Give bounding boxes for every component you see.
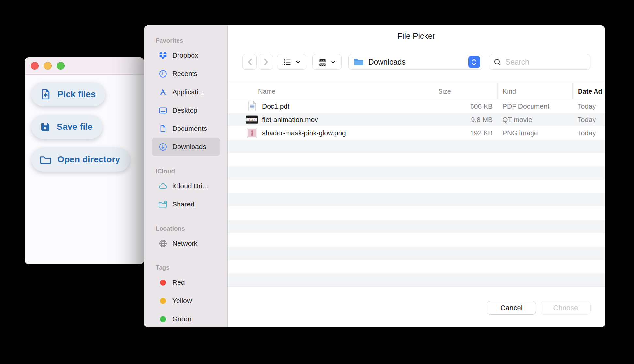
clock-icon [158,69,167,78]
table-row-shader-mask-pink-glow-png[interactable]: shader-mask-pink-glow.png 192 KB PNG ima… [228,126,605,140]
view-mode-dropdown[interactable] [277,54,306,70]
image-file-icon [246,128,258,138]
empty-row [228,233,605,247]
empty-row [228,166,605,180]
sidebar-item-downloads[interactable]: Downloads [152,138,220,156]
sidebar-item-label: iCloud Dri... [172,182,208,190]
table-row-flet-animation-mov[interactable]: FLET flet-animation.mov 9.8 MB QT movie … [228,113,605,126]
minimize-traffic-light[interactable] [44,62,52,70]
appstore-icon [158,88,167,97]
open-directory-button[interactable]: Open directory [31,147,130,172]
file-upload-icon [40,88,52,100]
stepper-icon [468,56,480,68]
back-button[interactable] [242,54,257,70]
sidebar-item-label: Desktop [172,106,197,114]
search-icon [493,58,502,66]
zoom-traffic-light[interactable] [57,62,65,70]
pick-files-label: Pick files [57,89,96,99]
empty-row [228,180,605,193]
sidebar: Favorites Dropbox Recents A [144,25,228,327]
sidebar-item-label: Dropbox [172,52,198,59]
dropbox-icon [158,51,167,60]
pdf-file-icon [246,101,258,112]
forward-button[interactable] [259,54,273,70]
file-date-added: Today [572,102,605,110]
choose-button[interactable]: Choose [541,301,591,315]
sidebar-item-icloud-drive[interactable]: iCloud Dri... [152,177,220,195]
sidebar-item-network[interactable]: Network [152,234,220,252]
sidebar-item-label: Documents [172,125,207,132]
column-header-size[interactable]: Size [433,83,497,99]
dialog-content: File Picker [228,25,605,327]
empty-row [228,260,605,273]
sidebar-item-label: Green [172,315,191,323]
search-field[interactable] [489,54,590,70]
file-picker-dialog: Favorites Dropbox Recents A [144,25,605,327]
file-name: Doc1.pdf [262,102,289,110]
column-header-kind[interactable]: Kind [497,83,572,99]
app-window-titlebar [25,57,144,75]
chevron-right-icon [264,58,269,66]
table-row-doc1-pdf[interactable]: Doc1.pdf 606 KB PDF Document Today [228,99,605,113]
file-size: 606 KB [433,102,497,110]
chevron-left-icon [247,58,252,66]
globe-icon [158,239,167,248]
search-input[interactable] [505,57,586,67]
column-header-date-added[interactable]: Date Ad [572,83,605,99]
sidebar-item-dropbox[interactable]: Dropbox [152,46,220,65]
file-list: Doc1.pdf 606 KB PDF Document Today FLET … [228,99,605,287]
sidebar-item-tag-red[interactable]: Red [152,273,220,292]
sidebar-item-label: Recents [172,70,197,78]
chevron-down-icon [331,60,336,64]
green-tag-dot-icon [158,316,167,322]
file-date-added: Today [572,116,605,124]
group-by-dropdown[interactable] [312,54,342,70]
empty-row [228,220,605,233]
save-file-button[interactable]: Save file [31,115,102,139]
shared-folder-icon [158,200,167,208]
sidebar-item-desktop[interactable]: Desktop [152,101,220,119]
list-view-icon [283,58,292,67]
blue-folder-icon [353,58,364,66]
sidebar-item-tag-yellow[interactable]: Yellow [152,292,220,310]
folder-icon [40,155,52,164]
empty-row [228,273,605,287]
floppy-disk-icon [40,121,51,132]
app-window: Pick files Save file Open directory [25,57,144,264]
location-dropdown-value: Downloads [368,58,468,67]
cancel-button[interactable]: Cancel [487,301,536,315]
sidebar-section-favorites: Favorites [156,37,227,44]
empty-row [228,140,605,153]
download-circle-icon [158,143,167,151]
desktop-icon [158,106,167,115]
empty-row [228,153,605,166]
document-icon [158,124,167,133]
cloud-icon [158,183,167,190]
sidebar-item-documents[interactable]: Documents [152,119,220,138]
sidebar-item-label: Downloads [172,143,206,151]
close-traffic-light[interactable] [31,62,39,70]
group-view-icon [318,58,327,67]
location-dropdown[interactable]: Downloads [348,54,482,70]
file-kind: PNG image [497,129,572,137]
yellow-tag-dot-icon [158,298,167,304]
sidebar-item-recents[interactable]: Recents [152,65,220,83]
empty-row [228,193,605,206]
sidebar-item-label: Red [172,279,185,286]
sidebar-section-tags: Tags [156,264,227,271]
dialog-title: File Picker [228,31,605,41]
pick-files-button[interactable]: Pick files [31,82,105,106]
file-name: flet-animation.mov [262,116,318,124]
file-size: 9.8 MB [433,116,497,124]
column-header-name[interactable]: Name [228,83,433,99]
sidebar-item-shared[interactable]: Shared [152,195,220,213]
sidebar-item-label: Shared [172,200,194,208]
red-tag-dot-icon [158,280,167,286]
file-size: 192 KB [433,129,497,137]
empty-row [228,206,605,220]
sidebar-section-icloud: iCloud [156,168,227,175]
sidebar-item-tag-green[interactable]: Green [152,310,220,327]
sidebar-item-applications[interactable]: Applicati... [152,83,220,101]
file-date-added: Today [572,129,605,137]
sidebar-section-locations: Locations [156,225,227,232]
